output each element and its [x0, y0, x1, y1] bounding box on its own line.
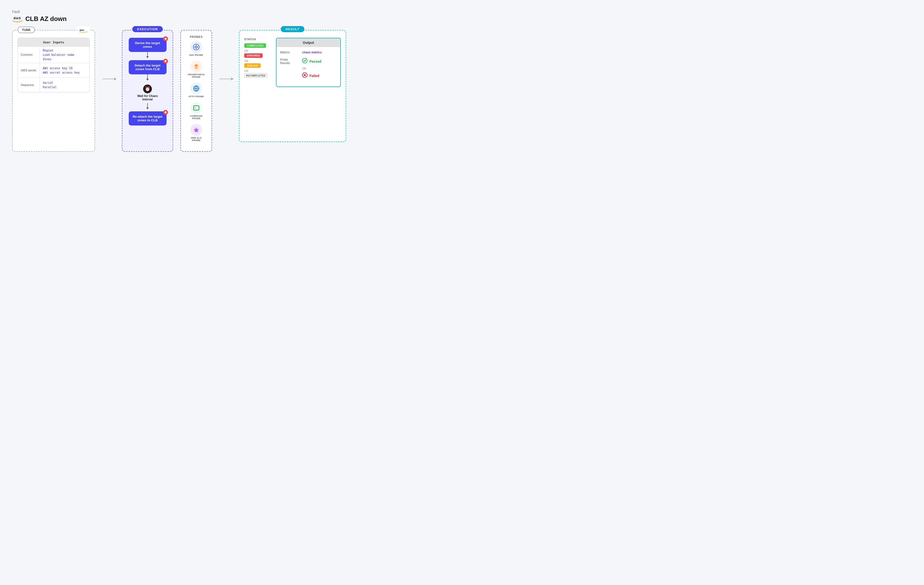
output-body: Metrics chaos metrics ProbeResults	[276, 47, 340, 86]
tune-section: TUNE aws User Inputs Common Region Load …	[12, 30, 95, 152]
status-incompleted-badge: INCOMPLETED	[244, 73, 267, 78]
arrow-line-2	[219, 79, 232, 79]
status-completed-badge: COMPLETED	[244, 43, 266, 48]
aws-secret-key-link[interactable]: AWS secret access key	[43, 71, 87, 74]
wait-step: ⏰ Wait for ChaosInterval	[137, 82, 158, 103]
result-section: RESULT STATUS COMPLETED OR ERRORED OR QU…	[239, 30, 346, 142]
tune-badge: TUNE	[18, 26, 35, 33]
or-2: OR	[244, 59, 271, 63]
passed-label: Passed	[309, 59, 321, 63]
input-row-sequence-values: Serial Parallel	[40, 78, 89, 92]
region-link[interactable]: Region	[43, 49, 87, 52]
http-probe-name: HTTP PROBE	[189, 95, 204, 98]
page-title: CLB AZ down	[25, 15, 66, 23]
arrow-down-2	[147, 74, 148, 79]
input-row-common-values: Region Load balancer name Zones	[40, 47, 89, 63]
input-row-common: Common Region Load balancer name Zones	[18, 46, 89, 63]
reattach-corner-icon	[163, 110, 168, 115]
input-row-sequence-label: Sequence	[18, 78, 40, 92]
k8s-probe-icon	[190, 41, 202, 53]
user-inputs-box: User Inputs Common Region Load balancer …	[18, 38, 90, 92]
zones-link[interactable]: Zones	[43, 58, 87, 61]
status-col: STATUS COMPLETED OR ERRORED OR QUEUED OR…	[244, 38, 271, 87]
svg-marker-6	[194, 46, 196, 48]
or-probe: OR	[302, 67, 321, 70]
svg-point-9	[195, 64, 198, 67]
probe-results-label: ProbeResults	[280, 58, 300, 65]
parallel-link[interactable]: Parallel	[43, 86, 87, 89]
input-row-aws-secret-values: AWS access key ID AWS secret access key	[40, 63, 89, 77]
output-header: Output	[276, 38, 340, 47]
svg-marker-7	[197, 46, 199, 48]
probe-prometheus[interactable]: PROMETHEUSPROBE	[185, 61, 208, 78]
load-balancer-link[interactable]: Load balancer name	[43, 53, 87, 56]
detach-corner-icon	[163, 59, 168, 64]
aws-logo: aws	[12, 16, 22, 22]
aws-text: aws	[13, 16, 21, 20]
aws-key-id-link[interactable]: AWS access key ID	[43, 66, 87, 70]
input-row-aws-secret-label: AWS secret	[18, 63, 40, 77]
execution-section: EXECUTION Derive the target zones Detach…	[122, 30, 173, 152]
or-1: OR	[244, 49, 271, 53]
probe-command[interactable]: >_ COMMANDPROBE	[185, 102, 208, 120]
arrow-line-1	[102, 79, 115, 79]
user-inputs-header: User Inputs	[18, 38, 89, 46]
probes-label: PROBES	[185, 35, 208, 38]
aws-smile-icon	[12, 20, 22, 22]
srm-slo-probe-icon	[190, 124, 202, 136]
prometheus-probe-icon	[190, 61, 202, 73]
http-probe-icon	[190, 82, 202, 94]
exec-steps: Derive the target zones Detach the targe…	[127, 38, 168, 125]
command-probe-name: COMMANDPROBE	[190, 115, 203, 120]
probe-http[interactable]: HTTP PROBE	[185, 82, 208, 98]
output-probe-results-row: ProbeResults Passed	[280, 58, 337, 79]
command-probe-icon: >_	[190, 102, 202, 114]
execution-badge: EXECUTION	[132, 26, 163, 32]
metrics-label: Metrics	[280, 51, 300, 54]
fault-label: Fault	[12, 10, 912, 14]
wait-label: Wait for ChaosInterval	[137, 94, 158, 101]
output-metrics-row: Metrics chaos metrics	[280, 51, 337, 54]
failed-icon	[302, 73, 307, 79]
fault-title: aws CLB AZ down	[12, 15, 912, 23]
probe-passed-item: Passed	[302, 58, 321, 64]
page-header: Fault aws CLB AZ down	[12, 10, 912, 23]
derive-corner-icon	[163, 36, 168, 41]
svg-text:>_: >_	[195, 107, 198, 109]
input-row-sequence: Sequence Serial Parallel	[18, 77, 89, 92]
serial-link[interactable]: Serial	[43, 81, 87, 84]
svg-text:aws: aws	[79, 28, 84, 32]
result-inner: STATUS COMPLETED OR ERRORED OR QUEUED OR…	[244, 38, 341, 87]
probe-srm-slo[interactable]: SRM SLOPROBE	[185, 124, 208, 142]
step-reattach-zones[interactable]: Re-attach the target zones to CLB	[129, 111, 167, 125]
k8s-probe-name: K8S PROBE	[190, 54, 203, 56]
or-3: OR	[244, 69, 271, 73]
arrow-down-3	[147, 103, 148, 108]
passed-icon	[302, 58, 307, 64]
status-queued-badge: QUEUED	[244, 63, 261, 68]
metrics-value: chaos metrics	[302, 51, 322, 54]
chaos-metrics-link[interactable]: chaos metrics	[302, 51, 322, 54]
status-errored-badge: ERRORED	[244, 53, 262, 58]
step-derive-zones[interactable]: Derive the target zones	[129, 38, 167, 52]
failed-label: Failed	[309, 74, 319, 78]
probes-to-result-arrow	[219, 79, 232, 79]
probe-k8s[interactable]: K8S PROBE	[185, 41, 208, 56]
status-title: STATUS	[244, 38, 271, 41]
input-row-aws-secret: AWS secret AWS access key ID AWS secret …	[18, 63, 89, 77]
probe-results-col: Passed OR	[302, 58, 321, 79]
tune-to-execution-arrow	[102, 79, 115, 79]
probe-failed-item: Failed	[302, 73, 321, 79]
arrow-down-1	[147, 52, 148, 57]
input-row-common-label: Common	[18, 47, 40, 63]
aws-badge-tune: aws	[77, 26, 90, 35]
output-col: Output Metrics chaos metrics ProbeResult…	[276, 38, 341, 87]
srm-slo-probe-name: SRM SLOPROBE	[191, 137, 202, 142]
step-detach-zones[interactable]: Detach the target zones from CLB	[129, 60, 167, 74]
diagram-container: TUNE aws User Inputs Common Region Load …	[12, 30, 912, 152]
wait-clock-icon: ⏰	[143, 84, 152, 93]
prometheus-probe-name: PROMETHEUSPROBE	[188, 73, 205, 78]
probes-section: PROBES K8S PROBE PR	[180, 30, 212, 152]
result-badge: RESULT	[280, 26, 304, 32]
